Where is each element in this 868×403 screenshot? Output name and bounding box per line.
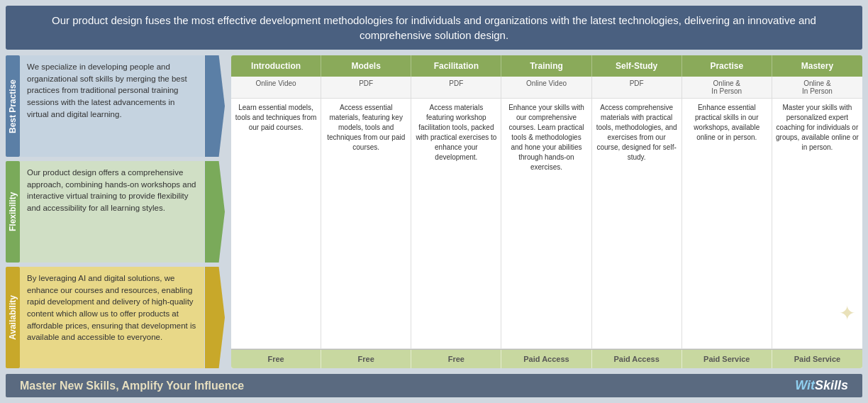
- desc-cell-4: Access comprehensive materials with prac…: [592, 99, 682, 348]
- section-row-2: AvailabilityBy leveraging AI and digital…: [6, 267, 226, 368]
- th-introduction: Introduction: [231, 55, 321, 77]
- section-label-1: Flexibility: [6, 161, 20, 263]
- table-subtype-row: Online VideoPDFPDFOnline VideoPDFOnline …: [231, 77, 862, 99]
- footer-cell-3: Paid Access: [501, 350, 591, 368]
- section-arrow-0: [204, 55, 226, 157]
- desc-cell-2: Access materials featuring workshop faci…: [411, 99, 501, 348]
- footer-cell-1: Free: [321, 350, 411, 368]
- th-facilitation: Facilitation: [411, 55, 501, 77]
- table-footer-row: FreeFreeFreePaid AccessPaid AccessPaid S…: [231, 349, 862, 368]
- subtype-cell-1: PDF: [321, 77, 411, 98]
- subtype-cell-4: PDF: [592, 77, 682, 98]
- th-self-study: Self-Study: [592, 55, 682, 77]
- th-training: Training: [501, 55, 591, 77]
- desc-cell-5: Enhance essential practical skills in ou…: [682, 99, 772, 348]
- desc-cell-0: Learn essential models, tools and techni…: [231, 99, 321, 348]
- section-arrow-2: [204, 267, 226, 368]
- footer-cell-4: Paid Access: [592, 350, 682, 368]
- subtype-cell-3: Online Video: [501, 77, 591, 98]
- subtype-cell-5: Online & In Person: [682, 77, 772, 98]
- table-header-row: IntroductionModelsFacilitationTrainingSe…: [231, 55, 862, 77]
- desc-cell-3: Enhance your skills with our comprehensi…: [501, 99, 591, 348]
- footer-cell-6: Paid Service: [772, 350, 862, 368]
- header-text: Our product design fuses the most effect…: [52, 14, 816, 41]
- brand-wit: Wit: [795, 378, 815, 392]
- subtype-cell-6: Online & In Person: [772, 77, 862, 98]
- brand-skills: Skills: [815, 378, 848, 392]
- section-content-2: By leveraging AI and digital solutions, …: [20, 267, 204, 368]
- page-container: Our product design fuses the most effect…: [0, 0, 868, 403]
- footer-cell-0: Free: [231, 350, 321, 368]
- section-label-2: Availability: [6, 267, 20, 368]
- th-practise: Practise: [682, 55, 772, 77]
- section-row-0: Best PractiseWe specialize in developing…: [6, 55, 226, 157]
- bottom-bar: Master New Skills, Amplify Your Influenc…: [6, 374, 862, 397]
- subtype-cell-2: PDF: [411, 77, 501, 98]
- left-panel: Best PractiseWe specialize in developing…: [6, 55, 226, 368]
- footer-cell-2: Free: [411, 350, 501, 368]
- feature-table: IntroductionModelsFacilitationTrainingSe…: [231, 55, 862, 368]
- desc-cell-6: Master your skills with personalized exp…: [772, 99, 862, 348]
- section-arrow-1: [204, 161, 226, 263]
- right-panel: IntroductionModelsFacilitationTrainingSe…: [231, 55, 862, 368]
- table-description-row: Learn essential models, tools and techni…: [231, 99, 862, 349]
- main-area: Best PractiseWe specialize in developing…: [6, 55, 862, 368]
- section-label-0: Best Practise: [6, 55, 20, 157]
- th-models: Models: [321, 55, 411, 77]
- header-section: Our product design fuses the most effect…: [6, 6, 862, 50]
- section-row-1: FlexibilityOur product design offers a c…: [6, 161, 226, 263]
- tagline: Master New Skills, Amplify Your Influenc…: [20, 380, 244, 392]
- th-mastery: Mastery: [772, 55, 862, 77]
- mastery-star-icon: ✦: [839, 299, 855, 327]
- subtype-cell-0: Online Video: [231, 77, 321, 98]
- desc-cell-1: Access essential materials, featuring ke…: [321, 99, 411, 348]
- footer-cell-5: Paid Service: [682, 350, 772, 368]
- brand: WitSkills: [795, 378, 848, 393]
- section-content-1: Our product design offers a comprehensiv…: [20, 161, 204, 263]
- section-content-0: We specialize in developing people and o…: [20, 55, 204, 157]
